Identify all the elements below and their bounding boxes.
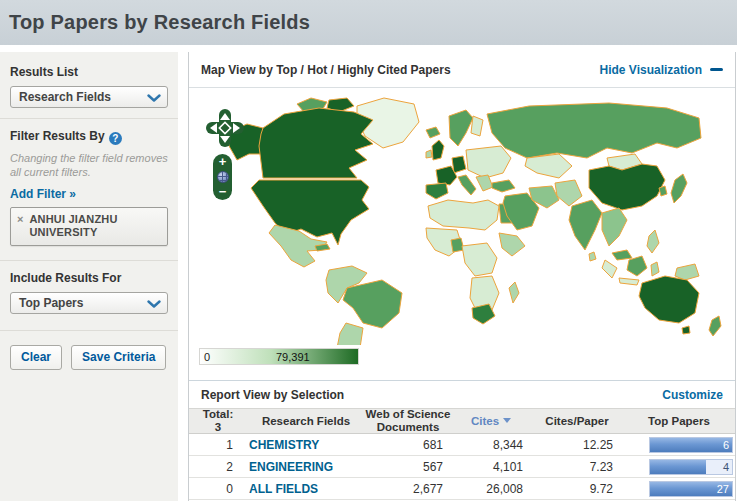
documents-cell: 681 [365, 438, 451, 452]
filter-results-text: Filter Results By [10, 129, 105, 143]
rank-cell: 0 [189, 482, 247, 496]
table-row: 1 CHEMISTRY 681 8,344 12.25 6 [189, 434, 735, 456]
column-cites[interactable]: Cites [451, 415, 531, 428]
rank-cell: 2 [189, 460, 247, 474]
include-results-value: Top Papers [19, 296, 83, 310]
add-filter-link[interactable]: Add Filter » [10, 187, 76, 201]
total-header: Total: 3 [189, 408, 247, 433]
world-map[interactable] [189, 90, 737, 345]
report-view-header: Report View by Selection Customize [189, 380, 735, 408]
total-label: Total: [189, 408, 247, 421]
clear-button[interactable]: Clear [10, 345, 62, 370]
globe-icon[interactable] [217, 171, 229, 183]
top-papers-value: 27 [717, 483, 729, 495]
top-papers-bar: 4 [649, 459, 733, 475]
top-papers-bar: 27 [649, 481, 733, 497]
map-zoom-control[interactable]: + − [213, 154, 232, 200]
top-papers-bar: 6 [649, 437, 733, 453]
scale-min-label: 0 [204, 351, 210, 363]
chevron-down-icon [147, 88, 161, 106]
filter-chip-label: ANHUI JIANZHU UNIVERSITY [29, 213, 161, 239]
table-row: 2 ENGINEERING 567 4,101 7.23 4 [189, 456, 735, 478]
help-icon[interactable]: ? [109, 132, 122, 145]
column-top-papers[interactable]: Top Papers [623, 415, 735, 428]
page-header: Top Papers by Research Fields [0, 0, 737, 45]
column-documents[interactable]: Web of Science Documents [365, 408, 451, 433]
map-view-title: Map View by Top / Hot / Highly Cited Pap… [201, 63, 451, 77]
cites-per-paper-cell: 9.72 [531, 482, 623, 496]
save-criteria-button[interactable]: Save Criteria [71, 345, 166, 370]
results-list-label: Results List [10, 65, 168, 79]
documents-cell: 567 [365, 460, 451, 474]
main-panel: Map View by Top / Hot / Highly Cited Pap… [188, 52, 736, 501]
scale-max-label: 79,391 [276, 351, 310, 363]
page-title: Top Papers by Research Fields [0, 11, 310, 34]
filter-note: Changing the filter field removes all cu… [10, 151, 168, 180]
rank-cell: 1 [189, 438, 247, 452]
customize-link[interactable]: Customize [662, 388, 723, 402]
field-link[interactable]: ENGINEERING [249, 460, 333, 474]
cites-per-paper-cell: 12.25 [531, 438, 623, 452]
sort-desc-icon [503, 418, 511, 423]
field-link[interactable]: ALL FIELDS [249, 482, 318, 496]
include-results-label: Include Results For [10, 271, 168, 285]
top-papers-value: 4 [723, 461, 729, 473]
collapse-icon[interactable] [710, 68, 723, 71]
map-view-header: Map View by Top / Hot / Highly Cited Pap… [189, 52, 735, 88]
cites-cell: 4,101 [451, 460, 531, 474]
map-area: + − 0 79,391 [189, 88, 735, 380]
remove-filter-icon[interactable]: × [17, 213, 23, 239]
total-value: 3 [189, 421, 247, 434]
table-header: Total: 3 Research Fields Web of Science … [189, 408, 735, 434]
hide-visualization-link[interactable]: Hide Visualization [600, 63, 702, 77]
bar-fill [650, 460, 706, 474]
cites-per-paper-cell: 7.23 [531, 460, 623, 474]
report-view-title: Report View by Selection [201, 388, 344, 402]
zoom-out-button[interactable]: − [219, 187, 227, 197]
filter-results-label: Filter Results By? [10, 129, 168, 145]
choropleth-scale: 0 79,391 [199, 348, 359, 365]
field-link[interactable]: CHEMISTRY [249, 438, 319, 452]
cites-cell: 26,008 [451, 482, 531, 496]
column-cites-per-paper[interactable]: Cites/Paper [531, 415, 623, 428]
filter-chip: × ANHUI JIANZHU UNIVERSITY [10, 207, 168, 246]
results-list-value: Research Fields [19, 90, 111, 104]
top-papers-value: 6 [723, 439, 729, 451]
bar-fill [650, 438, 732, 452]
map-pan-control[interactable] [205, 108, 245, 152]
sidebar: Results List Research Fields Filter Resu… [0, 52, 178, 501]
include-results-select[interactable]: Top Papers [10, 292, 168, 314]
chevron-down-icon [147, 294, 161, 312]
cites-sort-label[interactable]: Cites [471, 415, 499, 428]
results-list-select[interactable]: Research Fields [10, 86, 168, 108]
documents-cell: 2,677 [365, 482, 451, 496]
zoom-in-button[interactable]: + [219, 157, 227, 167]
table-row: 0 ALL FIELDS 2,677 26,008 9.72 27 [189, 478, 735, 500]
cites-cell: 8,344 [451, 438, 531, 452]
column-research-fields[interactable]: Research Fields [247, 415, 365, 428]
